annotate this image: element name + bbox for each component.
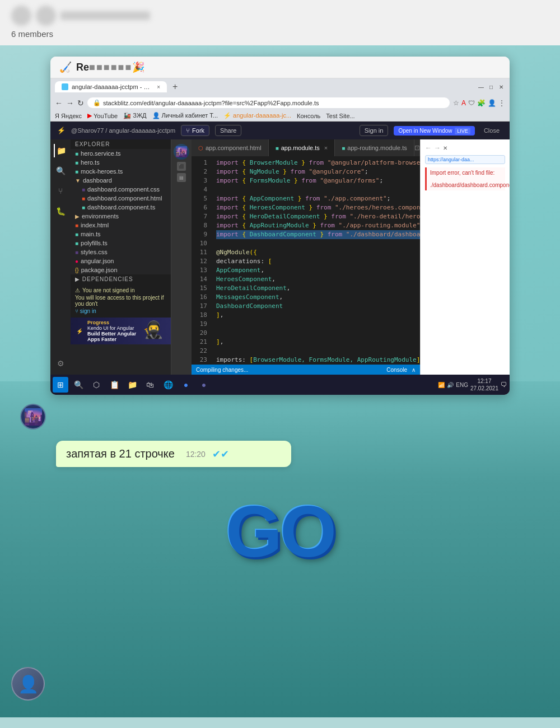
code-line-3: import { FormsModule } from "@angular/fo… — [216, 176, 420, 185]
refresh-button[interactable]: ↻ — [77, 99, 84, 108]
tb-store[interactable]: 🛍 — [142, 377, 158, 393]
console-toggle[interactable]: ∧ — [412, 367, 416, 373]
ft-item-dashboard-html[interactable]: ■ dashboard.component.html — [71, 194, 171, 203]
bookmark-icon[interactable]: ☆ — [453, 99, 459, 107]
tab-app-component-html[interactable]: ⬡ app.component.html — [192, 139, 269, 156]
tab-close-2[interactable]: × — [324, 144, 328, 151]
bookmark-6[interactable]: Консоль — [297, 113, 320, 119]
back-button[interactable]: ← — [55, 99, 63, 108]
browser-tab-active[interactable]: angular-daaaaaa-jcctpm - Stacki... × — [55, 81, 167, 92]
account-icon[interactable]: 👤 — [488, 99, 496, 107]
tb-notify-icon[interactable]: 🗨 — [501, 381, 507, 389]
tb-sound-icon: 🔊 — [447, 382, 454, 388]
tab-label-1: app.component.html — [206, 144, 262, 151]
tb-cortana[interactable]: ⬡ — [88, 377, 104, 393]
address-bar[interactable]: 🔒 stackblitz.com/edit/angular-daaaaaa-jc… — [87, 97, 450, 108]
tb-folder[interactable]: 📁 — [124, 377, 140, 393]
search-icon[interactable]: 🔍 — [54, 164, 67, 178]
menu-icon[interactable]: ⋮ — [498, 99, 505, 107]
tab-label: angular-daaaaaa-jcctpm - Stacki... — [72, 83, 151, 90]
chat-bubble: запятая в 21 строчке 12:20 ✔✔ — [56, 441, 291, 467]
ft-item-polyfills[interactable]: ■ polyfills.ts — [71, 239, 171, 248]
code-editor[interactable]: import { BrowserModule } from "@angular/… — [212, 156, 420, 365]
close-window-button[interactable]: ✕ — [497, 83, 505, 91]
new-tab-button[interactable]: + — [169, 81, 181, 93]
ft-item-dashboard-css[interactable]: ■ dashboard.component.css — [71, 185, 171, 194]
bookmark-5[interactable]: ⚡ angular-daaaaaa-jc... — [223, 112, 291, 119]
code-line-7: import { HeroDetailComponent } from "./h… — [216, 212, 420, 221]
ft-item-dashboard-ts[interactable]: ■ dashboard.component.ts — [71, 203, 171, 212]
html-index-icon: ■ — [75, 222, 78, 228]
error-nav-close[interactable]: ✕ — [443, 145, 447, 151]
settings-icon[interactable]: ⚙ — [54, 357, 67, 370]
ft-label-angular: angular.json — [81, 258, 114, 264]
explorer-icon[interactable]: 📁 — [54, 144, 67, 157]
code-line-20 — [216, 329, 420, 338]
ft-signin-link[interactable]: ⑂ sign in — [75, 308, 166, 314]
bookmark-7[interactable]: Test Site... — [326, 113, 354, 119]
city-avatar: 🌆 — [20, 404, 46, 430]
go-text-container: GO — [11, 489, 549, 573]
open-new-window-button[interactable]: Open in New Window LIVE — [394, 126, 474, 136]
tb-system-tray: 📶 🔊 ENG — [438, 382, 468, 388]
close-editor-button[interactable]: Close — [480, 125, 503, 136]
ft-item-main[interactable]: ■ main.ts — [71, 230, 171, 239]
code-line-2: import { NgModule } from "@angular/core"… — [216, 167, 420, 176]
ft-item-package[interactable]: {} package.json — [71, 265, 171, 274]
tab-close-icon[interactable]: × — [157, 84, 160, 90]
ft-item-styles[interactable]: ■ styles.css — [71, 248, 171, 256]
ft-item-hero[interactable]: ■ hero.ts — [71, 158, 171, 167]
taskbar: ⊞ 🔍 ⬡ 📋 📁 🛍 🌐 ● ● 📶 🔊 ENG 12:17 27.02.20… — [50, 375, 510, 395]
ft-section-deps[interactable]: ▶ DEPENDENCIES — [71, 274, 171, 284]
minimize-button[interactable]: — — [477, 83, 485, 91]
shield-icon[interactable]: 🛡 — [468, 99, 475, 107]
tb-edge[interactable]: 🌐 — [160, 377, 176, 393]
ide-icon-2[interactable]: ▤ — [177, 173, 186, 182]
ts-icon-2: ■ — [75, 160, 78, 166]
maximize-button[interactable]: □ — [487, 83, 495, 91]
start-button[interactable]: ⊞ — [53, 377, 68, 393]
ft-folder-env[interactable]: ▶ environments — [71, 212, 171, 221]
ft-item-heroservice[interactable]: ■ hero.service.ts — [71, 149, 171, 158]
ide-icon-1[interactable]: ⬛ — [177, 162, 186, 171]
ft-item-index[interactable]: ■ index.html — [71, 221, 171, 230]
bookmark-yandex[interactable]: Я Яндекс — [55, 113, 82, 119]
bottom-avatar: 👤 — [11, 667, 45, 701]
bookmark-youtube-label: YouTube — [94, 113, 118, 119]
bookmark-4[interactable]: 👤 Личный кабинет Т... — [152, 112, 218, 119]
signin-button[interactable]: Sign in — [360, 125, 389, 136]
user-avatar-icon: 🌆 — [175, 146, 188, 158]
github-icon: ⑂ — [75, 308, 78, 314]
acrobat-icon[interactable]: A — [461, 99, 466, 107]
tb-teams[interactable]: ● — [196, 377, 212, 393]
error-nav-back[interactable]: ← — [425, 144, 432, 152]
split-editor-icon[interactable]: ⊡ — [414, 144, 420, 152]
git-icon[interactable]: ⑂ — [54, 184, 67, 198]
tb-clock[interactable]: 12:17 27.02.2021 — [470, 377, 498, 392]
forward-button[interactable]: → — [66, 99, 74, 108]
code-line-1: import { BrowserModule } from "@angular/… — [216, 158, 420, 167]
warning-triangle-icon: ⚠ — [75, 287, 80, 293]
error-nav-forward[interactable]: → — [434, 144, 441, 152]
bookmark-youtube[interactable]: ▶ YouTube — [87, 112, 118, 119]
ad-banner[interactable]: ⚡ Progress Kendo UI for Angular Build Be… — [71, 318, 171, 344]
tab-app-routing[interactable]: ■ app-routing.module.ts — [335, 139, 414, 156]
bookmark-3[interactable]: 🚂 ЗЖД — [123, 112, 146, 119]
ft-label-polyfills: polyfills.ts — [81, 240, 108, 246]
ft-item-mockheroes[interactable]: ■ mock-heroes.ts — [71, 167, 171, 176]
debug-icon[interactable]: 🐛 — [54, 204, 67, 218]
fork-button[interactable]: ⑂ Fork — [181, 125, 209, 136]
code-line-6: import { HeroesComponent } from "./heroe… — [216, 203, 420, 212]
share-button[interactable]: Share — [215, 125, 241, 136]
ide-left-bar: 🌆 ⬛ ▤ — [171, 139, 192, 375]
code-line-13: AppComponent, — [216, 266, 420, 275]
ext-icon[interactable]: 🧩 — [477, 99, 486, 107]
tb-taskview[interactable]: 📋 — [106, 377, 122, 393]
ft-folder-dashboard[interactable]: ▼ dashboard — [71, 176, 171, 185]
ft-item-angular[interactable]: ● angular.json — [71, 256, 171, 265]
tab-app-module-ts[interactable]: ■ app.module.ts × — [269, 139, 335, 156]
tb-chrome[interactable]: ● — [178, 377, 194, 393]
tb-search[interactable]: 🔍 — [71, 377, 86, 393]
html-tab-icon: ⬡ — [198, 145, 203, 151]
tb-network-icon: 📶 — [438, 382, 445, 388]
